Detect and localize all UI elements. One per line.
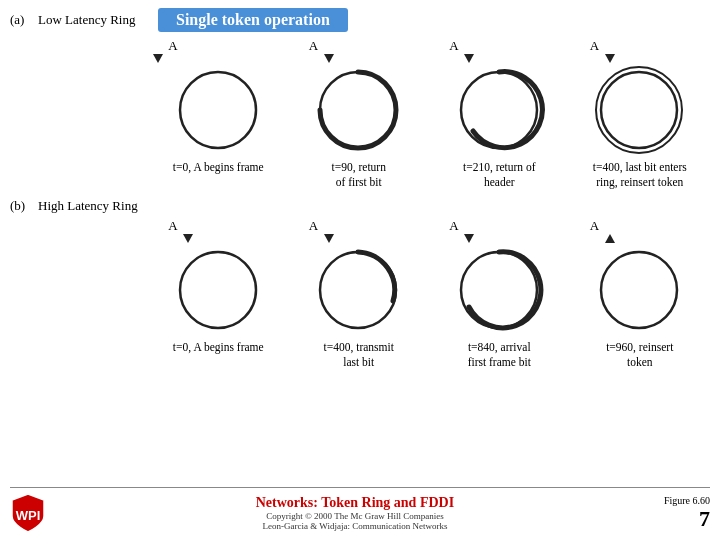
ring-col-bot-4: A t=960, reinserttoken bbox=[581, 218, 699, 370]
high-latency-title: High Latency Ring bbox=[38, 198, 148, 214]
caption-top-4: t=400, last bit entersring, reinsert tok… bbox=[593, 160, 687, 190]
ring-svg-bot-4 bbox=[592, 243, 687, 338]
footer: WPI Networks: Token Ring and FDDI Copyri… bbox=[10, 487, 710, 534]
caption-top-3: t=210, return ofheader bbox=[463, 160, 536, 190]
ring-col-top-3: A t=210, return ofheader bbox=[440, 38, 558, 190]
low-latency-title: Low Latency Ring bbox=[38, 12, 148, 28]
svg-point-0 bbox=[180, 72, 256, 148]
footer-center: Networks: Token Ring and FDDI Copyright … bbox=[256, 495, 454, 531]
caption-top-2: t=90, returnof first bit bbox=[332, 160, 386, 190]
node-a-label-t4: A bbox=[590, 38, 599, 54]
wpi-logo: WPI bbox=[10, 492, 46, 534]
ring-col-bot-2: A t=400, transmitlast bit bbox=[300, 218, 418, 370]
page: (a) Low Latency Ring Single token operat… bbox=[0, 0, 720, 540]
ring-svg-top-4 bbox=[592, 63, 687, 158]
wpi-shield-icon: WPI bbox=[10, 492, 46, 534]
caption-bot-2: t=400, transmitlast bit bbox=[324, 340, 394, 370]
section-b-label: (b) bbox=[10, 198, 38, 214]
networks-title: Networks: Token Ring and FDDI bbox=[256, 495, 454, 511]
ring-svg-top-1 bbox=[171, 63, 266, 158]
caption-bot-3: t=840, arrivalfirst frame bit bbox=[468, 340, 531, 370]
section-a-label: (a) bbox=[10, 12, 38, 28]
ring-col-top-1: A t=0, A begins frame bbox=[159, 38, 277, 190]
ring-svg-top-3 bbox=[452, 63, 547, 158]
footer-right: Figure 6.60 7 bbox=[664, 495, 710, 532]
ring-svg-top-2 bbox=[311, 63, 406, 158]
node-a-label-b4: A bbox=[590, 218, 599, 234]
figure-label: Figure 6.60 bbox=[664, 495, 710, 506]
ring-col-bot-1: A t=0, A begins frame bbox=[159, 218, 277, 370]
svg-point-2 bbox=[461, 72, 537, 148]
page-number: 7 bbox=[664, 506, 710, 532]
node-a-label-t2: A bbox=[309, 38, 318, 54]
svg-point-4 bbox=[596, 67, 682, 153]
title-box: Single token operation bbox=[158, 8, 348, 32]
svg-point-7 bbox=[461, 252, 537, 328]
ring-col-top-2: A t=90, returnof first bit bbox=[300, 38, 418, 190]
svg-text:WPI: WPI bbox=[16, 508, 41, 523]
ring-svg-bot-3 bbox=[452, 243, 547, 338]
author-text: Leon-Garcia & Widjaja: Communication Net… bbox=[256, 521, 454, 531]
node-a-label-t3: A bbox=[449, 38, 458, 54]
node-a-label-t1: A bbox=[168, 38, 177, 54]
node-a-label-b1: A bbox=[168, 218, 177, 234]
caption-bot-4: t=960, reinserttoken bbox=[606, 340, 673, 370]
copyright-text: Copyright © 2000 The Mc Graw Hill Compan… bbox=[256, 511, 454, 521]
ring-col-top-4: A t=400, last bit entersring, reinsert t… bbox=[581, 38, 699, 190]
svg-point-3 bbox=[601, 72, 677, 148]
ring-svg-bot-1 bbox=[171, 243, 266, 338]
caption-bot-1: t=0, A begins frame bbox=[173, 340, 264, 355]
ring-svg-bot-2 bbox=[311, 243, 406, 338]
ring-col-bot-3: A t=840, arrivalfirst frame bit bbox=[440, 218, 558, 370]
svg-point-5 bbox=[180, 252, 256, 328]
caption-top-1: t=0, A begins frame bbox=[173, 160, 264, 175]
node-a-label-b2: A bbox=[309, 218, 318, 234]
svg-point-8 bbox=[601, 252, 677, 328]
node-a-label-b3: A bbox=[449, 218, 458, 234]
